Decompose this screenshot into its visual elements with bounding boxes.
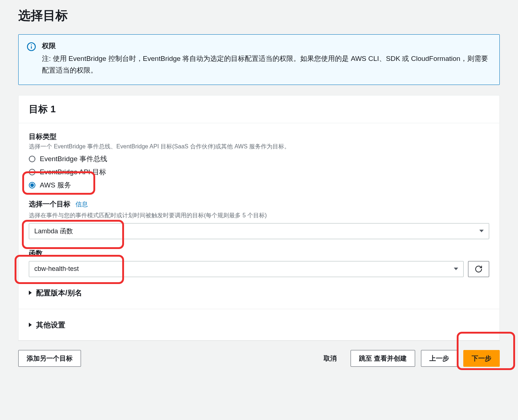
expand-label: 配置版本/别名 (36, 288, 82, 298)
select-value: cbw-health-test (34, 265, 79, 273)
function-select[interactable]: cbw-health-test (29, 261, 464, 277)
radio-icon (29, 169, 35, 175)
function-label: 函数 (29, 249, 489, 258)
radio-label: AWS 服务 (40, 180, 71, 190)
panel-title: 目标 1 (29, 103, 489, 116)
chevron-down-icon (454, 268, 458, 270)
previous-button[interactable]: 上一步 (421, 350, 457, 367)
radio-icon (29, 182, 35, 188)
chevron-right-icon (29, 323, 32, 327)
radio-aws-service[interactable]: AWS 服务 (29, 180, 489, 190)
permissions-alert: 权限 注: 使用 EventBridge 控制台时，EventBridge 将自… (18, 34, 500, 85)
page-title: 选择目标 (18, 7, 500, 24)
chevron-right-icon (29, 291, 32, 295)
refresh-button[interactable] (468, 261, 489, 277)
info-icon (27, 42, 36, 51)
next-button[interactable]: 下一步 (463, 350, 500, 367)
footer-actions: 添加另一个目标 取消 跳至 查看并创建 上一步 下一步 (18, 350, 500, 367)
target-type-desc: 选择一个 EventBridge 事件总线、EventBridge API 目标… (29, 143, 489, 151)
alert-title: 权限 (42, 41, 491, 51)
radio-icon (29, 156, 35, 162)
radio-label: EventBridge 事件总线 (40, 154, 107, 164)
radio-eventbridge-bus[interactable]: EventBridge 事件总线 (29, 154, 489, 164)
chevron-down-icon (479, 230, 484, 232)
select-target-desc: 选择在事件与您的事件模式匹配时或计划时间被触发时要调用的目标(每个规则最多 5 … (29, 212, 489, 219)
divider (19, 309, 499, 309)
select-value: Lambda 函数 (34, 227, 73, 236)
expand-label: 其他设置 (36, 320, 65, 330)
version-alias-expander[interactable]: 配置版本/别名 (29, 288, 489, 298)
radio-label: EventBridge API 目标 (40, 167, 106, 177)
target-panel: 目标 1 目标类型 选择一个 EventBridge 事件总线、EventBri… (18, 95, 500, 341)
select-target-label: 选择一个目标 (29, 199, 70, 209)
svg-point-2 (31, 44, 32, 46)
radio-eventbridge-api[interactable]: EventBridge API 目标 (29, 167, 489, 177)
target-service-select[interactable]: Lambda 函数 (29, 223, 489, 239)
other-settings-expander[interactable]: 其他设置 (29, 320, 489, 330)
target-type-label: 目标类型 (29, 132, 489, 141)
target-type-radio-group: EventBridge 事件总线 EventBridge API 目标 AWS … (29, 154, 489, 190)
cancel-button[interactable]: 取消 (316, 350, 345, 366)
info-link[interactable]: 信息 (76, 200, 88, 209)
skip-to-review-button[interactable]: 跳至 查看并创建 (351, 350, 415, 367)
alert-text: 注: 使用 EventBridge 控制台时，EventBridge 将自动为选… (42, 53, 491, 77)
add-another-target-button[interactable]: 添加另一个目标 (18, 350, 81, 367)
